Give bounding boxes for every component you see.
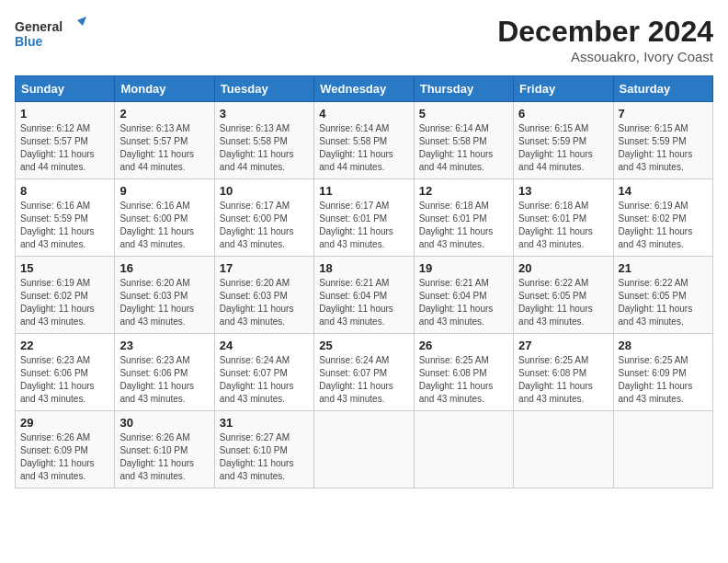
day-cell-w5-d7 — [613, 411, 712, 488]
day-info: Sunrise: 6:17 AM Sunset: 6:00 PM Dayligh… — [220, 200, 309, 251]
day-info: Sunrise: 6:25 AM Sunset: 6:08 PM Dayligh… — [518, 354, 608, 406]
day-info: Sunrise: 6:26 AM Sunset: 6:10 PM Dayligh… — [119, 431, 209, 483]
daylight-label: Daylight: 11 hours and 43 minutes. — [119, 381, 194, 404]
sunset-label: Sunset: 6:10 PM — [119, 445, 188, 455]
sunset-label: Sunset: 6:06 PM — [119, 368, 188, 378]
day-number: 26 — [419, 339, 508, 352]
day-info: Sunrise: 6:23 AM Sunset: 6:06 PM Dayligh… — [20, 354, 109, 406]
daylight-label: Daylight: 11 hours and 44 minutes. — [119, 149, 194, 172]
day-cell-w1-d3: 3 Sunrise: 6:13 AM Sunset: 5:58 PM Dayli… — [214, 102, 313, 179]
day-cell-w1-d4: 4 Sunrise: 6:14 AM Sunset: 5:58 PM Dayli… — [314, 102, 414, 179]
day-info: Sunrise: 6:20 AM Sunset: 6:03 PM Dayligh… — [119, 277, 209, 328]
daylight-label: Daylight: 11 hours and 44 minutes. — [518, 149, 593, 172]
day-number: 12 — [419, 184, 508, 198]
sunset-label: Sunset: 5:59 PM — [518, 136, 586, 146]
sunset-label: Sunset: 6:09 PM — [619, 368, 687, 378]
calendar-header-row: Sunday Monday Tuesday Wednesday Thursday… — [16, 76, 713, 102]
day-info: Sunrise: 6:21 AM Sunset: 6:04 PM Dayligh… — [319, 277, 408, 328]
page-subtitle: Assouakro, Ivory Coast — [497, 49, 713, 64]
day-number: 5 — [419, 107, 508, 121]
sunrise-label: Sunrise: 6:21 AM — [419, 278, 489, 288]
day-cell-w2-d2: 9 Sunrise: 6:16 AM Sunset: 6:00 PM Dayli… — [115, 179, 214, 257]
day-info: Sunrise: 6:14 AM Sunset: 5:58 PM Dayligh… — [419, 122, 508, 174]
day-info: Sunrise: 6:24 AM Sunset: 6:07 PM Dayligh… — [319, 354, 408, 406]
daylight-label: Daylight: 11 hours and 43 minutes. — [518, 226, 593, 249]
day-number: 18 — [319, 261, 408, 275]
day-info: Sunrise: 6:25 AM Sunset: 6:09 PM Dayligh… — [619, 354, 708, 406]
day-number: 27 — [518, 339, 608, 352]
sunset-label: Sunset: 5:59 PM — [20, 213, 88, 224]
day-info: Sunrise: 6:19 AM Sunset: 6:02 PM Dayligh… — [619, 200, 708, 251]
page-title: December 2024 — [497, 15, 713, 49]
sunrise-label: Sunrise: 6:14 AM — [319, 123, 389, 133]
sunrise-label: Sunrise: 6:24 AM — [319, 355, 389, 365]
day-number: 29 — [20, 416, 109, 430]
day-info: Sunrise: 6:13 AM Sunset: 5:58 PM Dayligh… — [220, 122, 309, 174]
week-row-3: 15 Sunrise: 6:19 AM Sunset: 6:02 PM Dayl… — [16, 257, 713, 334]
header-friday: Friday — [514, 76, 613, 102]
sunset-label: Sunset: 6:01 PM — [419, 213, 487, 224]
day-number: 14 — [619, 184, 708, 198]
day-info: Sunrise: 6:19 AM Sunset: 6:02 PM Dayligh… — [20, 277, 109, 328]
day-number: 2 — [119, 107, 209, 121]
sunset-label: Sunset: 6:03 PM — [119, 291, 188, 301]
day-cell-w1-d7: 7 Sunrise: 6:15 AM Sunset: 5:59 PM Dayli… — [613, 102, 712, 179]
day-cell-w5-d2: 30 Sunrise: 6:26 AM Sunset: 6:10 PM Dayl… — [115, 411, 214, 488]
sunrise-label: Sunrise: 6:16 AM — [119, 201, 189, 211]
svg-text:General: General — [15, 19, 63, 34]
sunset-label: Sunset: 5:58 PM — [220, 136, 288, 146]
day-cell-w5-d3: 31 Sunrise: 6:27 AM Sunset: 6:10 PM Dayl… — [214, 411, 313, 488]
sunrise-label: Sunrise: 6:20 AM — [119, 278, 189, 288]
day-number: 30 — [119, 416, 209, 430]
week-row-1: 1 Sunrise: 6:12 AM Sunset: 5:57 PM Dayli… — [16, 102, 713, 179]
sunrise-label: Sunrise: 6:24 AM — [220, 355, 290, 365]
day-cell-w4-d4: 25 Sunrise: 6:24 AM Sunset: 6:07 PM Dayl… — [314, 334, 414, 411]
day-cell-w3-d3: 17 Sunrise: 6:20 AM Sunset: 6:03 PM Dayl… — [214, 257, 313, 334]
day-number: 25 — [319, 339, 408, 352]
sunrise-label: Sunrise: 6:16 AM — [20, 201, 90, 211]
sunset-label: Sunset: 6:05 PM — [619, 291, 687, 301]
sunset-label: Sunset: 6:00 PM — [119, 213, 188, 224]
day-number: 19 — [419, 261, 508, 275]
sunrise-label: Sunrise: 6:23 AM — [20, 355, 90, 365]
sunrise-label: Sunrise: 6:13 AM — [220, 123, 290, 133]
sunrise-label: Sunrise: 6:17 AM — [319, 201, 389, 211]
daylight-label: Daylight: 11 hours and 43 minutes. — [419, 226, 494, 249]
daylight-label: Daylight: 11 hours and 43 minutes. — [220, 458, 294, 481]
daylight-label: Daylight: 11 hours and 43 minutes. — [220, 304, 294, 327]
daylight-label: Daylight: 11 hours and 43 minutes. — [20, 458, 95, 481]
day-info: Sunrise: 6:24 AM Sunset: 6:07 PM Dayligh… — [220, 354, 309, 406]
day-cell-w4-d6: 27 Sunrise: 6:25 AM Sunset: 6:08 PM Dayl… — [514, 334, 613, 411]
daylight-label: Daylight: 11 hours and 44 minutes. — [319, 149, 393, 172]
logo: General Blue — [15, 15, 88, 52]
week-row-4: 22 Sunrise: 6:23 AM Sunset: 6:06 PM Dayl… — [16, 334, 713, 411]
sunrise-label: Sunrise: 6:18 AM — [419, 201, 489, 211]
sunrise-label: Sunrise: 6:20 AM — [220, 278, 290, 288]
sunrise-label: Sunrise: 6:14 AM — [419, 123, 489, 133]
day-info: Sunrise: 6:27 AM Sunset: 6:10 PM Dayligh… — [220, 431, 309, 483]
day-number: 16 — [119, 261, 209, 275]
logo-svg: General Blue — [15, 15, 88, 52]
day-info: Sunrise: 6:14 AM Sunset: 5:58 PM Dayligh… — [319, 122, 408, 174]
week-row-2: 8 Sunrise: 6:16 AM Sunset: 5:59 PM Dayli… — [16, 179, 713, 257]
sunset-label: Sunset: 5:58 PM — [419, 136, 487, 146]
day-cell-w2-d7: 14 Sunrise: 6:19 AM Sunset: 6:02 PM Dayl… — [613, 179, 712, 257]
daylight-label: Daylight: 11 hours and 43 minutes. — [20, 304, 95, 327]
daylight-label: Daylight: 11 hours and 43 minutes. — [319, 304, 393, 327]
sunrise-label: Sunrise: 6:19 AM — [20, 278, 90, 288]
day-info: Sunrise: 6:16 AM Sunset: 6:00 PM Dayligh… — [119, 200, 209, 251]
sunrise-label: Sunrise: 6:12 AM — [20, 123, 90, 133]
sunset-label: Sunset: 6:04 PM — [319, 291, 387, 301]
sunrise-label: Sunrise: 6:25 AM — [619, 355, 688, 365]
daylight-label: Daylight: 11 hours and 43 minutes. — [419, 381, 494, 404]
day-cell-w5-d5 — [414, 411, 513, 488]
daylight-label: Daylight: 11 hours and 43 minutes. — [119, 226, 194, 249]
daylight-label: Daylight: 11 hours and 43 minutes. — [619, 304, 693, 327]
day-cell-w1-d6: 6 Sunrise: 6:15 AM Sunset: 5:59 PM Dayli… — [514, 102, 613, 179]
day-info: Sunrise: 6:22 AM Sunset: 6:05 PM Dayligh… — [619, 277, 708, 328]
day-info: Sunrise: 6:23 AM Sunset: 6:06 PM Dayligh… — [119, 354, 209, 406]
day-number: 31 — [220, 416, 309, 430]
sunset-label: Sunset: 6:00 PM — [220, 213, 288, 224]
daylight-label: Daylight: 11 hours and 43 minutes. — [619, 226, 693, 249]
sunset-label: Sunset: 6:01 PM — [319, 213, 387, 224]
